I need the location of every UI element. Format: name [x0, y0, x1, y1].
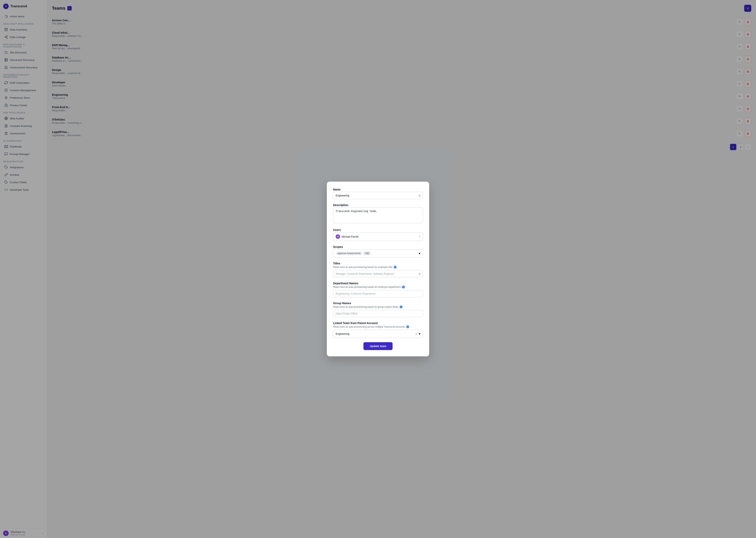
- titles-info-icon[interactable]: i: [394, 266, 397, 269]
- description-label: Description: [333, 203, 423, 207]
- group-label: Group Names: [333, 301, 423, 305]
- department-field: Department Names Read more on auto-provi…: [333, 282, 423, 297]
- update-team-button[interactable]: Update team: [363, 342, 393, 350]
- dept-sublabel: Read more on auto-provisioning based on …: [333, 286, 423, 289]
- name-field: Name ⚙: [333, 188, 423, 199]
- edit-team-modal: Name ⚙ Description Transcend Engineering…: [327, 182, 429, 356]
- group-info-icon[interactable]: i: [400, 305, 402, 308]
- dept-label: Department Names: [333, 282, 423, 285]
- scopes-field: Scopes Approve Assessments +82 ▾: [333, 245, 423, 257]
- linked-select[interactable]: Engineering ✕ ▾: [333, 330, 423, 338]
- titles-label: Titles: [333, 262, 423, 265]
- scope-tag: Approve Assessments: [336, 251, 362, 255]
- chevron-down-icon: ▾: [419, 332, 420, 336]
- user-avatar: M: [336, 235, 340, 239]
- scopes-select[interactable]: Approve Assessments +82 ▾: [333, 249, 423, 257]
- input-icon: ⚙: [418, 194, 421, 197]
- group-sublabel: Read more on auto-provisioning based on …: [333, 305, 423, 308]
- users-label: Users: [333, 228, 423, 232]
- titles-sublabel: Read more on auto-provisioning based on …: [333, 266, 423, 269]
- linked-sublabel: Read more on auto-provisioning across mu…: [333, 325, 423, 328]
- input-icon: ⚙: [418, 272, 421, 275]
- chevron-down-icon: ▾: [419, 236, 420, 238]
- user-name-value: Michael Farrell: [342, 235, 358, 238]
- scopes-label: Scopes: [333, 245, 423, 248]
- titles-field: Titles Read more on auto-provisioning ba…: [333, 262, 423, 277]
- clear-linked-button[interactable]: ✕: [415, 332, 418, 336]
- department-input[interactable]: [333, 290, 423, 297]
- users-field: Users M Michael Farrell ▾: [333, 228, 423, 241]
- description-field: Description Transcend Engineering team.: [333, 203, 423, 224]
- linked-team-field: Linked Team from Parent Account Read mor…: [333, 321, 423, 338]
- description-textarea[interactable]: Transcend Engineering team.: [333, 207, 423, 223]
- dept-info-icon[interactable]: i: [402, 286, 405, 289]
- group-names-field: Group Names Read more on auto-provisioni…: [333, 301, 423, 317]
- users-select[interactable]: M Michael Farrell ▾: [333, 232, 423, 241]
- linked-value: Engineering: [336, 332, 349, 335]
- chevron-down-icon: ▾: [419, 251, 420, 255]
- group-input[interactable]: [333, 310, 423, 317]
- name-input[interactable]: [333, 192, 423, 199]
- scope-count: +82: [363, 251, 370, 255]
- name-label: Name: [333, 188, 423, 191]
- modal-overlay[interactable]: Name ⚙ Description Transcend Engineering…: [0, 0, 756, 538]
- linked-label: Linked Team from Parent Account: [333, 321, 423, 325]
- titles-input[interactable]: [333, 270, 423, 277]
- linked-info-icon[interactable]: i: [406, 325, 409, 328]
